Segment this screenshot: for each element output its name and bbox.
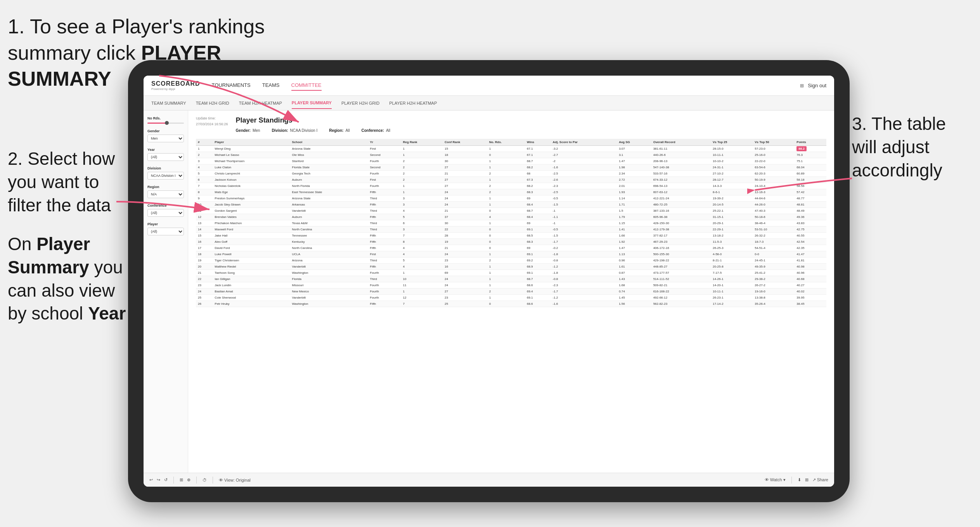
cell-school: Arizona xyxy=(290,257,368,264)
table-row: 2 Michael Le Sasso Ole Miss Second 1 18 … xyxy=(196,152,826,158)
table-row: 16 Alex Goff Kentucky Fifth 8 19 0 68.3 … xyxy=(196,239,826,245)
cell-no-rds: 4 xyxy=(487,214,525,220)
cell-record: 440-26-6 xyxy=(651,152,711,158)
cell-num: 19 xyxy=(196,257,213,264)
cell-num: 21 xyxy=(196,270,213,276)
cell-school: Florida xyxy=(290,276,368,282)
undo-button[interactable]: ↩ xyxy=(149,477,153,482)
cell-reg-rank: 7 xyxy=(401,233,443,239)
cell-adj: -0.2 xyxy=(551,245,617,251)
sign-out-link[interactable]: Sign out xyxy=(808,81,826,90)
cell-conf-rank: 15 xyxy=(443,146,487,152)
cell-top50: 26-27-2 xyxy=(753,282,795,289)
cell-num: 16 xyxy=(196,239,213,245)
cell-player: Jackson Koivun xyxy=(213,177,290,183)
cell-record: 448-85-27 xyxy=(651,264,711,270)
cell-sg: 1.47 xyxy=(617,245,651,251)
cell-adj: -2.6 xyxy=(551,177,617,183)
cell-points: 42.54 xyxy=(795,239,826,245)
view-original-button[interactable]: 👁 View: Original xyxy=(219,478,251,482)
settings-button[interactable]: ⊕ xyxy=(187,477,190,482)
table-row: 26 Petr Hruby Washington Fifth 7 25 0 68… xyxy=(196,301,826,307)
cell-num: 26 xyxy=(196,301,213,307)
cell-record: 377-82-17 xyxy=(651,233,711,239)
cell-school: Arkansas xyxy=(290,202,368,208)
cell-school: Auburn xyxy=(290,214,368,220)
watch-button[interactable]: 👁 Watch ▾ xyxy=(765,477,786,482)
cell-school: North Florida xyxy=(290,183,368,189)
cell-wins: 68.4 xyxy=(525,202,551,208)
cell-adj: -1.8 xyxy=(551,251,617,257)
cell-player: Nicholas Gabrelcik xyxy=(213,183,290,189)
cell-player: Mats Ege xyxy=(213,189,290,195)
division-select[interactable]: NCAA Division I NCAA Division II NCAA Di… xyxy=(147,172,184,180)
sub-nav-player-h2h-grid[interactable]: PLAYER H2H GRID xyxy=(341,98,379,109)
cell-player: Maxwell Ford xyxy=(213,226,290,233)
download-button[interactable]: ⬇ xyxy=(798,477,801,482)
table-row: 6 Jackson Koivun Auburn First 2 27 1 67.… xyxy=(196,177,826,183)
cell-top50: 25-41-2 xyxy=(753,270,795,276)
expand-button[interactable]: ⊞ xyxy=(805,477,809,482)
cell-record: 492-66-12 xyxy=(651,295,711,301)
cell-conf-rank: 37 xyxy=(443,214,487,220)
redo-button[interactable]: ↪ xyxy=(157,477,160,482)
cell-top50: 19-16-0 xyxy=(753,289,795,295)
cell-wins: 68.3 xyxy=(525,239,551,245)
cell-reg-rank: 2 xyxy=(401,171,443,177)
cell-wins: 68.2 xyxy=(525,183,551,189)
cell-adj: -2 xyxy=(551,158,617,164)
cell-yr: Fourth xyxy=(368,183,401,189)
cell-top25: 14-20-1 xyxy=(711,282,753,289)
cell-school: Auburn xyxy=(290,177,368,183)
cell-sg: 1.45 xyxy=(617,295,651,301)
cell-player: David Ford xyxy=(213,245,290,251)
toolbar-divider-1 xyxy=(173,477,174,484)
cell-conf-rank: 23 xyxy=(443,257,487,264)
cell-conf-rank: 24 xyxy=(443,202,487,208)
col-top50: Vs Top 50 xyxy=(753,139,795,146)
year-select[interactable]: (All) First Second Third Fourth Fifth xyxy=(147,153,184,161)
cell-player: Preston Summerhays xyxy=(213,195,290,202)
player-select[interactable]: (All) xyxy=(147,228,184,235)
cell-wins: 69 xyxy=(525,195,551,202)
cell-reg-rank: 4 xyxy=(401,208,443,214)
reset-button[interactable]: ↺ xyxy=(164,477,168,482)
cell-conf-rank: 30 xyxy=(443,220,487,226)
crop-button[interactable]: ⊞ xyxy=(180,477,183,482)
cell-school: Stanford xyxy=(290,158,368,164)
cell-record: 467-29-23 xyxy=(651,239,711,245)
cell-record: 514-111-52 xyxy=(651,276,711,282)
cell-no-rds: 1 xyxy=(487,220,525,226)
cell-sg: 1.68 xyxy=(617,282,651,289)
cell-sg: 1.61 xyxy=(617,264,651,270)
cell-reg-rank: 4 xyxy=(401,245,443,251)
cell-yr: Second xyxy=(368,152,401,158)
cell-yr: Third xyxy=(368,226,401,233)
cell-no-rds: 1 xyxy=(487,158,525,164)
sub-nav-player-h2h-heatmap[interactable]: PLAYER H2H HEATMAP xyxy=(389,98,437,109)
cell-school: Texas A&M xyxy=(290,220,368,226)
cell-yr: Fifth xyxy=(368,245,401,251)
cell-yr: Fifth xyxy=(368,202,401,208)
time-button[interactable]: ⏱ xyxy=(203,478,207,482)
cell-points: 41.47 xyxy=(795,251,826,257)
cell-reg-rank: 1 xyxy=(401,152,443,158)
cell-adj: -2.3 xyxy=(551,282,617,289)
cell-sg: 3.07 xyxy=(617,146,651,152)
cell-top50: 13-38-8 xyxy=(753,295,795,301)
cell-school: East Tennessee State xyxy=(290,189,368,195)
cell-conf-rank: 24 xyxy=(443,189,487,195)
cell-yr: First xyxy=(368,146,401,152)
cell-sg: 2.34 xyxy=(617,171,651,177)
cell-record: 547-140-38 xyxy=(651,164,711,171)
cell-player: Michael Thorbjornsen xyxy=(213,158,290,164)
cell-no-rds: 1 xyxy=(487,282,525,289)
cell-reg-rank: 3 xyxy=(401,202,443,208)
cell-top25: 27-10-2 xyxy=(711,171,753,177)
table-row: 11 Gordon Sargent Vanderbilt Third 4 21 … xyxy=(196,208,826,214)
cell-num: 17 xyxy=(196,245,213,251)
share-button[interactable]: ↗ Share xyxy=(812,477,828,482)
arrow-3 xyxy=(747,163,856,202)
cell-wins: 68.7 xyxy=(525,276,551,282)
cell-yr: Fourth xyxy=(368,158,401,164)
